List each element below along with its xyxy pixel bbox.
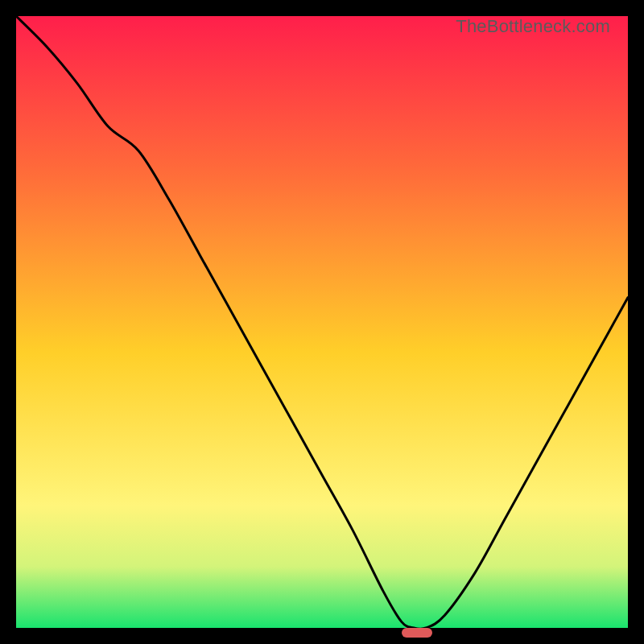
optimum-marker	[402, 628, 432, 638]
bottleneck-chart-svg	[16, 16, 628, 628]
chart-frame: TheBottleneck.com	[16, 16, 628, 628]
gradient-background	[16, 16, 628, 628]
watermark-text: TheBottleneck.com	[456, 16, 610, 37]
